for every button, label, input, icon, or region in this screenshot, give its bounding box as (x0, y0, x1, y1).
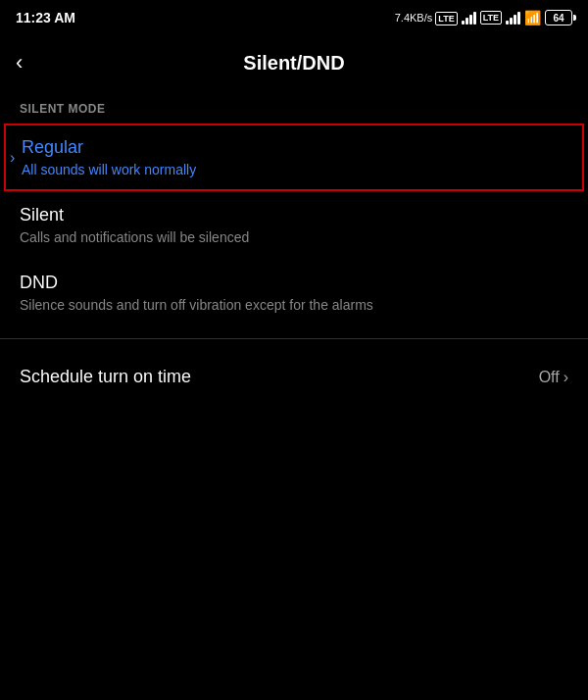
header: ‹ Silent/DND (0, 35, 588, 90)
option-dnd-title: DND (20, 273, 568, 293)
lte-badge-2: LTE (480, 11, 502, 25)
status-right: 7.4KB/s LTE LTE 📶 64 (395, 10, 572, 25)
status-time: 11:23 AM (16, 10, 75, 25)
divider (0, 338, 588, 339)
option-dnd[interactable]: DND Silence sounds and turn off vibratio… (0, 259, 588, 326)
option-silent[interactable]: Silent Calls and notifications will be s… (0, 191, 588, 259)
schedule-item[interactable]: Schedule turn on time Off › (0, 351, 588, 403)
option-silent-title: Silent (20, 205, 568, 225)
silent-mode-section-label: SILENT MODE (0, 90, 588, 124)
status-bar: 11:23 AM 7.4KB/s LTE LTE 📶 64 (0, 0, 588, 35)
schedule-value: Off › (539, 369, 568, 386)
back-button[interactable]: ‹ (16, 46, 30, 79)
signal-icon-1 (462, 11, 476, 25)
option-dnd-desc: Silence sounds and turn off vibration ex… (20, 297, 568, 313)
schedule-label: Schedule turn on time (20, 367, 191, 387)
schedule-value-text: Off (539, 369, 560, 386)
selected-chevron-icon: › (10, 149, 15, 167)
schedule-chevron-icon: › (564, 369, 568, 386)
option-regular-title: Regular (22, 137, 566, 158)
option-regular-desc: All sounds will work normally (22, 162, 566, 177)
lte-badge: LTE (435, 12, 457, 25)
option-regular[interactable]: › Regular All sounds will work normally (4, 124, 584, 191)
signal-icon-2 (506, 11, 520, 25)
wifi-icon: 📶 (524, 10, 541, 25)
option-silent-desc: Calls and notifications will be silenced (20, 229, 568, 245)
page-title: Silent/DND (243, 52, 344, 75)
network-speed: 7.4KB/s LTE (395, 12, 458, 24)
battery-icon: 64 (545, 10, 572, 25)
